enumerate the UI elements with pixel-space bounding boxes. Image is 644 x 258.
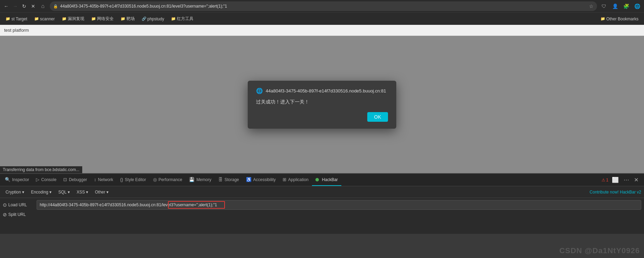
- hackbar-other-menu[interactable]: Other ▾: [92, 189, 111, 196]
- tab-style-label: Style Editor: [125, 177, 146, 182]
- addon2-button[interactable]: 🌐: [633, 2, 641, 10]
- bookmark-label: st Target: [11, 17, 27, 21]
- reload-button[interactable]: ↻: [21, 3, 28, 10]
- folder-icon: 📁: [34, 17, 39, 21]
- bookmark-target[interactable]: 📁 靶场: [118, 15, 138, 23]
- bookmark-vuln[interactable]: 📁 漏洞复现: [59, 15, 87, 23]
- page-title: test platform: [4, 28, 29, 33]
- hackbar-toolbar: Cryption ▾ Encoding ▾ SQL ▾ XSS ▾ Other …: [0, 186, 644, 198]
- browser-extras: 🛡 👤 🧩 🌐: [600, 2, 641, 10]
- bookmark-label: phpstudy: [148, 17, 164, 21]
- cryption-arrow: ▾: [22, 190, 24, 195]
- page-header: test platform: [0, 25, 644, 36]
- globe-icon: 🌐: [256, 88, 263, 94]
- tab-memory[interactable]: 💾 Memory: [186, 174, 215, 186]
- network-icon: ↕: [94, 177, 96, 182]
- back-button[interactable]: ←: [3, 3, 10, 10]
- bookmark-phpstudy[interactable]: 🔗 phpstudy: [139, 16, 167, 22]
- folder-icon: 📁: [6, 17, 10, 21]
- console-icon: ▷: [36, 177, 39, 182]
- encoding-arrow: ▾: [49, 190, 51, 195]
- devtools-close-button[interactable]: ✕: [633, 176, 640, 184]
- error-count: 1: [606, 178, 608, 182]
- bookmark-network-security[interactable]: 📁 网络安全: [88, 15, 116, 23]
- hackbar-encoding-menu[interactable]: Encoding ▾: [28, 189, 54, 196]
- url-input[interactable]: [37, 200, 641, 210]
- other-label: Other: [95, 190, 105, 195]
- tab-memory-label: Memory: [196, 177, 211, 182]
- application-icon: ⊞: [283, 177, 286, 182]
- hackbar-content: ⊙ Load URL ⊘ Split URL CSDN @Da1NtY0926: [0, 198, 644, 234]
- address-bar[interactable]: 🔒 44a804f3-3475-405b-897f-e14f7d330516.n…: [50, 1, 597, 11]
- home-button[interactable]: ⌂: [39, 2, 47, 10]
- tab-debugger-label: Debugger: [69, 177, 87, 182]
- folder-icon: 📁: [62, 17, 67, 21]
- alert-dialog-message: 过关成功！进入下一关！: [256, 99, 388, 105]
- link-icon: 🔗: [142, 17, 146, 21]
- status-bar: Transferring data from bce.bdstatic.com.…: [0, 166, 82, 173]
- browser-chrome: ← → ↻ ✕ ⌂ 🔒 44a804f3-3475-405b-897f-e14f…: [0, 0, 644, 25]
- tab-inspector[interactable]: 🔍 Inspector: [1, 174, 32, 186]
- accessibility-icon: ♿: [246, 177, 252, 182]
- page-body: 🌐 44a804f3-3475-405b-897f-e14f7d330516.n…: [0, 36, 644, 173]
- browser-controls: ← → ↻ ✕ ⌂: [3, 2, 47, 10]
- bookmark-label: 漏洞复现: [68, 16, 84, 22]
- alert-dialog-footer: OK: [256, 112, 388, 122]
- bookmarks-bar: 📁 st Target 📁 scanner 📁 漏洞复现 📁 网络安全 📁 靶场…: [0, 12, 644, 25]
- folder-icon: 📁: [600, 17, 605, 21]
- tab-performance-label: Performance: [159, 177, 182, 182]
- devtools-layout-button[interactable]: ⬜: [610, 176, 620, 184]
- tab-inspector-label: Inspector: [12, 177, 29, 182]
- storage-icon: 🗄: [218, 177, 223, 182]
- tab-storage[interactable]: 🗄 Storage: [215, 174, 243, 186]
- hackbar-cryption-menu[interactable]: Cryption ▾: [3, 189, 27, 196]
- load-icon: ⊙: [3, 202, 7, 208]
- hackbar-active-dot: [315, 178, 319, 181]
- split-url-label[interactable]: ⊘ Split URL: [3, 212, 34, 217]
- tab-performance[interactable]: ◎ Performance: [150, 174, 186, 186]
- bookmark-st-target[interactable]: 📁 st Target: [3, 16, 30, 22]
- xss-label: XSS: [77, 190, 85, 195]
- bookmark-label: scanner: [40, 17, 55, 21]
- page-content: test platform 🌐 44a804f3-3475-405b-897f-…: [0, 25, 644, 173]
- hackbar-xss-menu[interactable]: XSS ▾: [74, 189, 91, 196]
- tab-accessibility[interactable]: ♿ Accessibility: [243, 174, 279, 186]
- bookmark-star-icon[interactable]: ☆: [589, 3, 594, 9]
- bookmark-scanner[interactable]: 📁 scanner: [31, 16, 58, 22]
- devtools-tabs: 🔍 Inspector ▷ Console ⊡ Debugger ↕ Netwo…: [0, 174, 644, 186]
- sql-arrow: ▾: [68, 190, 70, 195]
- tab-application[interactable]: ⊞ Application: [279, 174, 312, 186]
- devtools-more-button[interactable]: ⋯: [622, 176, 631, 184]
- tab-console[interactable]: ▷ Console: [32, 174, 60, 186]
- forward-button[interactable]: →: [12, 3, 19, 10]
- tab-hackbar-label: HackBar: [322, 177, 338, 182]
- tab-accessibility-label: Accessibility: [253, 177, 276, 182]
- devtools-right-controls: ⚠ 1 ⬜ ⋯ ✕: [602, 176, 643, 184]
- hackbar-sql-menu[interactable]: SQL ▾: [56, 189, 73, 196]
- alert-ok-button[interactable]: OK: [367, 112, 388, 122]
- split-icon: ⊘: [3, 212, 7, 217]
- performance-icon: ◎: [153, 177, 157, 182]
- alert-domain: 44a804f3-3475-405b-897f-e14f7d330516.nod…: [266, 88, 386, 93]
- profile-button[interactable]: 👤: [611, 2, 619, 10]
- hackbar-contribute-link[interactable]: Contribute now! HackBar v2: [590, 190, 641, 195]
- bookmark-red-team[interactable]: 📁 红方工具: [168, 15, 196, 23]
- xss-arrow: ▾: [86, 190, 88, 195]
- tab-application-label: Application: [288, 177, 309, 182]
- extensions-button[interactable]: 🛡: [600, 2, 608, 10]
- other-arrow: ▾: [106, 190, 108, 195]
- tab-style-editor[interactable]: {} Style Editor: [117, 174, 150, 186]
- url-input-container: [37, 200, 641, 210]
- load-url-row: ⊙ Load URL: [3, 200, 641, 210]
- load-url-text: Load URL: [8, 202, 27, 207]
- tab-network[interactable]: ↕ Network: [91, 174, 117, 186]
- tab-console-label: Console: [41, 177, 56, 182]
- stop-button[interactable]: ✕: [30, 3, 37, 10]
- other-bookmarks[interactable]: 📁 Other Bookmarks: [598, 16, 641, 22]
- load-url-label[interactable]: ⊙ Load URL: [3, 202, 34, 208]
- memory-icon: 💾: [189, 177, 195, 182]
- tab-hackbar[interactable]: HackBar: [312, 174, 341, 186]
- addon1-button[interactable]: 🧩: [622, 2, 630, 10]
- watermark: CSDN @Da1NtY0926: [559, 246, 640, 255]
- tab-debugger[interactable]: ⊡ Debugger: [60, 174, 91, 186]
